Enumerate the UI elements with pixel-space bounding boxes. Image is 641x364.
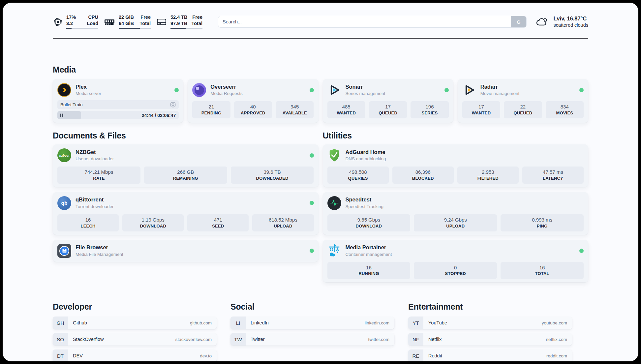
app-card-filebrowser[interactable]: File Browser Media File Management — [53, 240, 319, 262]
section-title-media: Media — [53, 65, 588, 75]
link-url: linkedin.com — [365, 320, 389, 325]
stat-movies: 834MOVIES — [546, 101, 584, 118]
header-divider — [53, 38, 588, 39]
qbittorrent-icon: qb — [57, 196, 71, 210]
stat-pending: 21PENDING — [192, 101, 230, 118]
memory-label-bottom: Total — [139, 20, 151, 27]
link-abbr: TW — [230, 333, 246, 346]
memory-label-top: Free — [140, 14, 151, 20]
search-input[interactable] — [218, 16, 527, 28]
disk-progress-bar — [170, 28, 202, 29]
section-title-utilities: Utilities — [323, 131, 589, 140]
stat-ping: 0.993 msPING — [501, 214, 584, 231]
disk-label-top: Free — [192, 14, 202, 20]
app-name: Radarr — [480, 84, 575, 90]
stat-upload: 618.52 MbpsUPLOAD — [252, 214, 314, 231]
app-card-radarr[interactable]: Radarr Movie management 17WANTED 22QUEUE… — [458, 79, 588, 123]
cpu-label-bottom: Load — [87, 20, 98, 27]
app-name: Speedtest — [346, 197, 584, 203]
app-card-nzbget[interactable]: nzbget NZBGet Usenet downloader 744.21 M… — [53, 144, 319, 187]
weather-location: Lviv, 16.87°C — [553, 15, 588, 22]
link-github[interactable]: GH Github github.com — [53, 317, 217, 329]
app-card-plex[interactable]: Plex Media server Bullet Train 24:44 / 0… — [53, 79, 183, 123]
app-card-adguard[interactable]: AdGuard Home DNS and adblocking 498,508Q… — [323, 144, 589, 187]
cpu-widget: 17%CPU 3.2Load — [53, 14, 98, 29]
app-card-speedtest[interactable]: Speedtest Speedtest Tracking 9.65 GbpsDO… — [323, 192, 589, 235]
app-name: Overseerr — [210, 84, 305, 90]
app-subtitle: Movie management — [480, 91, 575, 96]
link-name: Github — [73, 320, 87, 325]
cpu-percent: 17% — [66, 14, 76, 20]
link-name: LinkedIn — [251, 320, 269, 325]
app-card-sonarr[interactable]: Sonarr Series management 485WANTED 17QUE… — [323, 79, 453, 123]
section-title-entertainment: Entertainment — [408, 302, 572, 312]
link-url: youtube.com — [542, 320, 567, 325]
media-card-grid: Plex Media server Bullet Train 24:44 / 0… — [53, 79, 588, 123]
memory-progress-bar — [119, 28, 151, 29]
cloud-icon — [536, 16, 549, 27]
link-abbr: NF — [408, 333, 423, 346]
app-card-portainer[interactable]: Media Portainer Container management 16R… — [323, 240, 589, 283]
cpu-progress-bar — [66, 28, 98, 29]
top-bar: 17%CPU 3.2Load 22 GiBFree 64 GiBTotal — [53, 13, 588, 31]
stat-queries: 498,508QUERIES — [327, 167, 389, 184]
status-dot — [579, 249, 584, 253]
link-stackoverflow[interactable]: SO StackOverflow stackoverflow.com — [53, 333, 217, 346]
stat-approved: 40APPROVED — [234, 101, 272, 118]
media-modal-icon[interactable] — [170, 102, 176, 107]
link-netflix[interactable]: NF Netflix netflix.com — [408, 333, 572, 346]
section-title-social: Social — [230, 302, 394, 312]
stat-remaining: 266 GBREMAINING — [144, 167, 227, 184]
link-linkedin[interactable]: LI LinkedIn linkedin.com — [230, 317, 394, 329]
nzbget-icon: nzbget — [57, 148, 71, 162]
link-abbr: LI — [230, 317, 246, 329]
disk-free: 52.4 TB — [170, 14, 188, 20]
link-url: github.com — [190, 320, 212, 325]
stat-total: 16TOTAL — [501, 262, 584, 279]
pause-icon[interactable] — [60, 113, 63, 117]
disk-icon — [156, 17, 167, 27]
status-dot — [310, 249, 314, 253]
cpu-icon — [53, 17, 63, 27]
section-title-documents: Documents & Files — [53, 131, 319, 140]
link-dev[interactable]: DT DEV dev.to — [53, 349, 217, 361]
app-card-qbittorrent[interactable]: qb qBittorrent Torrent downloader 16LEEC… — [53, 192, 319, 235]
memory-total: 64 GiB — [119, 20, 134, 27]
portainer-icon — [327, 244, 341, 258]
search-engine-button[interactable]: G — [511, 16, 526, 27]
stat-leech: 16LEECH — [57, 214, 119, 231]
playback-progress-bar: 24:44 / 02:06:47 — [57, 111, 179, 119]
app-subtitle: Media Requests — [210, 91, 305, 96]
link-name: DEV — [73, 353, 83, 358]
section-title-developer: Developer — [53, 302, 217, 312]
link-name: StackOverflow — [73, 337, 104, 342]
app-name: Plex — [76, 84, 170, 90]
stat-series: 196SERIES — [411, 101, 448, 118]
stat-available: 945AVAILABLE — [276, 101, 314, 118]
stat-upload: 9.24 GbpsUPLOAD — [414, 214, 497, 231]
playback-time: 24:44 / 02:06:47 — [142, 113, 176, 118]
stat-rate: 744.21 MbpsRATE — [57, 167, 140, 184]
stat-latency: 47.57 msLATENCY — [522, 167, 584, 184]
entertainment-links: Entertainment YT YouTube youtube.com NF … — [408, 302, 572, 361]
status-dot — [174, 88, 179, 92]
app-subtitle: Speedtest Tracking — [346, 204, 584, 209]
search-bar: G — [218, 16, 527, 28]
link-youtube[interactable]: YT YouTube youtube.com — [408, 317, 572, 329]
link-url: netflix.com — [546, 337, 567, 342]
link-url: twitter.com — [368, 337, 389, 342]
link-reddit[interactable]: RE Reddit reddit.com — [408, 349, 572, 361]
app-subtitle: Usenet downloader — [76, 156, 305, 162]
status-dot — [310, 153, 314, 158]
link-twitter[interactable]: TW Twitter twitter.com — [230, 333, 394, 346]
app-card-overseerr[interactable]: Overseerr Media Requests 21PENDING 40APP… — [188, 79, 318, 123]
social-links: Social LI LinkedIn linkedin.com TW Twitt… — [230, 302, 394, 361]
ram-icon — [104, 17, 115, 27]
app-subtitle: Container management — [346, 252, 575, 257]
app-name: AdGuard Home — [346, 149, 584, 156]
weather-widget: Lviv, 16.87°C scattered clouds — [536, 15, 588, 28]
dashboard-panel: 17%CPU 3.2Load 22 GiBFree 64 GiBTotal — [3, 3, 638, 361]
developer-links: Developer GH Github github.com SO StackO… — [53, 302, 217, 361]
app-name: File Browser — [76, 244, 305, 251]
app-name: Sonarr — [346, 84, 440, 90]
